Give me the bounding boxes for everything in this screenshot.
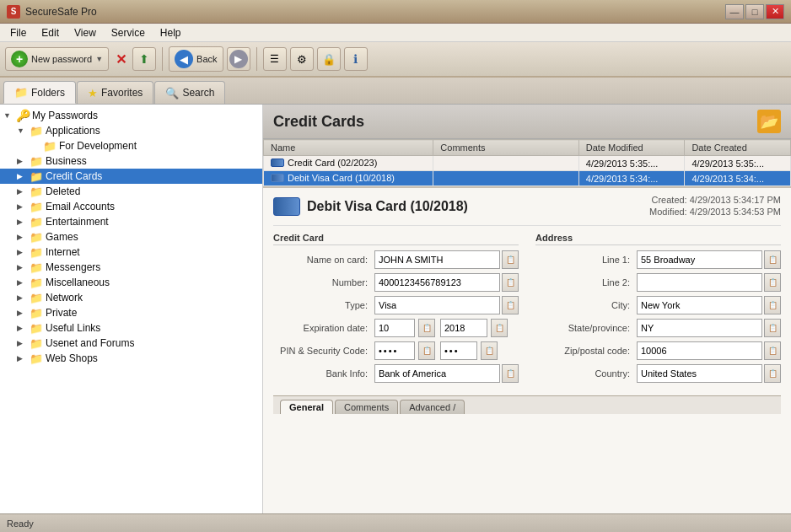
col-name[interactable]: Name — [264, 140, 433, 156]
tab-comments[interactable]: Comments — [335, 400, 398, 414]
new-password-button[interactable]: + New password ▼ — [5, 47, 109, 71]
sidebar-item-usenet-forums[interactable]: ▶ 📁 Usenet and Forums — [0, 336, 262, 351]
expand-applications[interactable]: ▼ — [17, 126, 27, 135]
copy-city-button[interactable]: 📋 — [764, 296, 781, 314]
sidebar-item-my-passwords[interactable]: ▼ 🔑 My Passwords — [0, 108, 262, 123]
dropdown-arrow[interactable]: ▼ — [95, 55, 103, 63]
sidebar-item-for-development[interactable]: 📁 For Development — [0, 138, 262, 153]
menu-file[interactable]: File — [3, 25, 33, 40]
sidebar-item-business[interactable]: ▶ 📁 Business — [0, 153, 262, 169]
type-label: Type: — [273, 300, 374, 310]
expand-messengers[interactable]: ▶ — [17, 263, 27, 271]
sidebar-item-games[interactable]: ▶ 📁 Games — [0, 229, 262, 245]
sidebar-item-network[interactable]: ▶ 📁 Network — [0, 290, 262, 305]
expand-email-accounts[interactable]: ▶ — [17, 202, 27, 211]
expand-web-shops[interactable]: ▶ — [17, 354, 27, 363]
sidebar-item-applications[interactable]: ▼ 📁 Applications — [0, 123, 262, 138]
copy-country-button[interactable]: 📋 — [764, 364, 781, 383]
sidebar-item-miscellaneous[interactable]: ▶ 📁 Miscellaneous — [0, 275, 262, 290]
expand-network[interactable]: ▶ — [17, 293, 27, 302]
expand-deleted[interactable]: ▶ — [17, 187, 27, 196]
export-button[interactable]: ⬆ — [132, 47, 156, 71]
exp-month-input[interactable] — [374, 319, 415, 337]
sidebar-item-entertainment[interactable]: ▶ 📁 Entertainment — [0, 214, 262, 229]
copy-pin-button[interactable]: 📋 — [418, 341, 435, 360]
sidebar-item-credit-cards[interactable]: ▶ 📁 Credit Cards — [0, 169, 262, 184]
menu-bar: File Edit View Service Help — [0, 24, 791, 42]
exp-date-inputs: 📋 📋 — [374, 319, 508, 337]
sidebar-item-messengers[interactable]: ▶ 📁 Messengers — [0, 260, 262, 275]
tab-favorites[interactable]: ★ Favorites — [77, 81, 153, 104]
info-button[interactable]: ℹ — [344, 47, 368, 71]
expand-private[interactable]: ▶ — [17, 309, 27, 317]
expand-internet[interactable]: ▶ — [17, 248, 27, 256]
expand-entertainment[interactable]: ▶ — [17, 218, 27, 226]
forward-button[interactable]: ▶ — [227, 47, 250, 71]
name-on-card-input[interactable] — [374, 250, 500, 269]
settings-button[interactable]: ⚙ — [290, 47, 314, 71]
copy-bank-button[interactable]: 📋 — [502, 364, 519, 383]
line1-input[interactable] — [637, 250, 762, 269]
sidebar-item-web-shops[interactable]: ▶ 📁 Web Shops — [0, 351, 262, 366]
security-code-input[interactable] — [440, 341, 477, 360]
copy-line1-button[interactable]: 📋 — [764, 250, 781, 269]
copy-name-button[interactable]: 📋 — [502, 250, 519, 269]
copy-security-button[interactable]: 📋 — [481, 341, 498, 360]
copy-type-button[interactable]: 📋 — [502, 296, 519, 314]
city-input[interactable] — [637, 296, 762, 314]
number-input[interactable] — [374, 273, 500, 292]
sidebar-item-useful-links[interactable]: ▶ 📁 Useful Links — [0, 320, 262, 336]
menu-service[interactable]: Service — [105, 25, 152, 40]
expand-credit-cards[interactable]: ▶ — [17, 172, 27, 180]
expand-games[interactable]: ▶ — [17, 233, 27, 241]
copy-exp-year-button[interactable]: 📋 — [491, 319, 508, 337]
expand-my-passwords[interactable]: ▼ — [3, 111, 13, 120]
sidebar-item-internet[interactable]: ▶ 📁 Internet — [0, 245, 262, 260]
folder-icon-internet: 📁 — [30, 245, 43, 259]
menu-edit[interactable]: Edit — [35, 25, 66, 40]
status-text: Ready — [7, 519, 34, 529]
menu-view[interactable]: View — [67, 25, 103, 40]
delete-icon[interactable]: ✕ — [112, 51, 129, 67]
expand-miscellaneous[interactable]: ▶ — [17, 278, 27, 287]
copy-zip-button[interactable]: 📋 — [764, 341, 781, 360]
back-button[interactable]: ◀ Back — [169, 46, 223, 72]
country-input[interactable] — [637, 364, 762, 383]
type-input[interactable] — [374, 296, 500, 314]
expand-usenet-forums[interactable]: ▶ — [17, 339, 27, 347]
table-row[interactable]: Debit Visa Card (10/2018) 4/29/2013 5:34… — [264, 171, 791, 186]
table-row[interactable]: Credit Card (02/2023) 4/29/2013 5:35:...… — [264, 156, 791, 171]
sidebar-item-email-accounts[interactable]: ▶ 📁 Email Accounts — [0, 199, 262, 214]
detail-created: Created: 4/29/2013 5:34:17 PM — [649, 195, 781, 205]
sidebar-item-private[interactable]: ▶ 📁 Private — [0, 305, 262, 320]
exp-year-input[interactable] — [440, 319, 487, 337]
close-button[interactable]: ✕ — [766, 4, 784, 19]
col-date-created[interactable]: Date Created — [685, 140, 791, 156]
menu-help[interactable]: Help — [153, 25, 188, 40]
tab-general[interactable]: General — [280, 400, 333, 414]
tab-folders[interactable]: 📁 Folders — [3, 81, 76, 104]
pin-input[interactable] — [374, 341, 415, 360]
copy-exp-month-button[interactable]: 📋 — [418, 319, 435, 337]
state-input[interactable] — [637, 319, 762, 337]
lock-button[interactable]: 🔒 — [317, 47, 341, 71]
col-comments[interactable]: Comments — [433, 140, 578, 156]
zip-input[interactable] — [637, 341, 762, 360]
col-date-modified[interactable]: Date Modified — [578, 140, 685, 156]
copy-state-button[interactable]: 📋 — [764, 319, 781, 337]
sidebar-item-deleted[interactable]: ▶ 📁 Deleted — [0, 184, 262, 199]
maximize-button[interactable]: □ — [745, 4, 764, 19]
expand-useful-links[interactable]: ▶ — [17, 324, 27, 332]
copy-number-button[interactable]: 📋 — [502, 273, 519, 292]
view-button[interactable]: ☰ — [263, 47, 287, 71]
line2-input[interactable] — [637, 273, 762, 292]
copy-line2-button[interactable]: 📋 — [764, 273, 781, 292]
file-list-panel: Name Comments Date Modified Date Created… — [263, 139, 791, 186]
minimize-button[interactable]: — — [725, 4, 744, 19]
tab-search[interactable]: 🔍 Search — [154, 81, 225, 104]
folder-icon-miscellaneous: 📁 — [30, 276, 43, 289]
bank-input[interactable] — [374, 364, 500, 383]
expand-business[interactable]: ▶ — [17, 157, 27, 165]
name-on-card-label: Name on card: — [273, 255, 374, 265]
tab-advanced[interactable]: Advanced / — [400, 400, 465, 414]
